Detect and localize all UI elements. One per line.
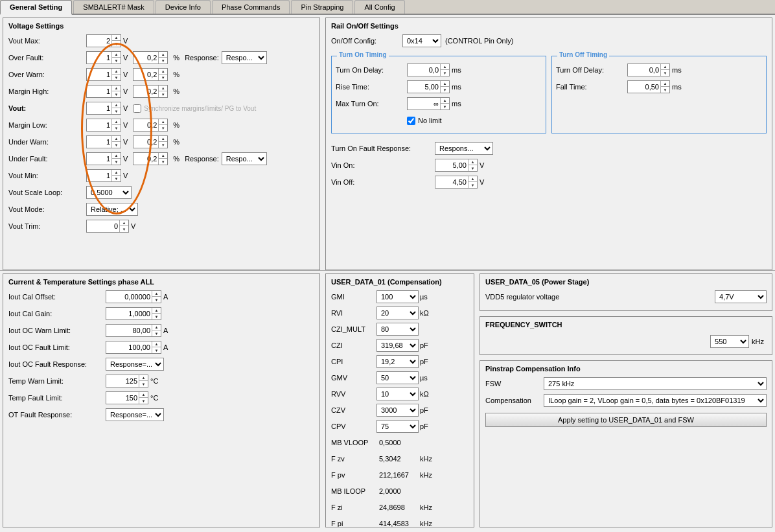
cpi-select[interactable]: 19,2 bbox=[376, 355, 419, 368]
rise-time-up[interactable]: ▲ bbox=[441, 81, 449, 87]
max-turn-on-up[interactable]: ▲ bbox=[441, 98, 449, 104]
under-fault-pct-down[interactable]: ▼ bbox=[159, 159, 167, 165]
over-fault-pct-arrows[interactable]: ▲ ▼ bbox=[158, 52, 167, 64]
margin-high-pct-arrows[interactable]: ▲ ▼ bbox=[158, 86, 167, 97]
czi-select[interactable]: 319,68 bbox=[376, 339, 419, 352]
fsw-select[interactable]: 275 kHz bbox=[544, 377, 767, 390]
over-fault-pct-down[interactable]: ▼ bbox=[159, 58, 167, 64]
over-warn-input[interactable] bbox=[87, 68, 111, 81]
max-turn-on-down[interactable]: ▼ bbox=[441, 104, 449, 110]
vout-max-up[interactable]: ▲ bbox=[112, 35, 121, 41]
over-warn-up[interactable]: ▲ bbox=[112, 69, 121, 75]
no-limit-checkbox[interactable] bbox=[407, 117, 415, 125]
iout-cal-gain-input[interactable] bbox=[106, 307, 152, 320]
margin-high-pct-up[interactable]: ▲ bbox=[159, 86, 167, 91]
fall-time-arrows[interactable]: ▲ ▼ bbox=[660, 81, 669, 93]
vdd5-select[interactable]: 4,7V bbox=[715, 290, 767, 303]
vout-arrows[interactable]: ▲ ▼ bbox=[111, 102, 121, 114]
over-fault-up[interactable]: ▲ bbox=[112, 52, 121, 58]
temp-warn-arrows[interactable]: ▲ ▼ bbox=[139, 375, 148, 387]
margin-low-pct-up[interactable]: ▲ bbox=[159, 119, 167, 125]
turn-off-delay-arrows[interactable]: ▲ ▼ bbox=[660, 64, 669, 76]
under-fault-pct-spinbox[interactable]: ▲ ▼ bbox=[133, 152, 168, 165]
margin-low-up[interactable]: ▲ bbox=[112, 119, 121, 125]
under-fault-response-select[interactable]: Respo... bbox=[222, 152, 267, 165]
vout-trim-spinbox[interactable]: ▲ ▼ bbox=[86, 220, 129, 233]
vout-trim-input[interactable] bbox=[87, 220, 119, 233]
iout-cal-offset-arrows[interactable]: ▲ ▼ bbox=[152, 291, 161, 303]
max-turn-on-spinbox[interactable]: ▲ ▼ bbox=[407, 97, 450, 110]
over-warn-pct-spinbox[interactable]: ▲ ▼ bbox=[133, 68, 168, 81]
margin-low-pct-down[interactable]: ▼ bbox=[159, 125, 167, 131]
over-warn-pct-input[interactable] bbox=[133, 68, 158, 81]
under-warn-pct-down[interactable]: ▼ bbox=[159, 142, 167, 148]
vout-min-input[interactable] bbox=[87, 169, 111, 182]
turn-off-delay-input[interactable] bbox=[628, 64, 660, 76]
vin-off-down[interactable]: ▼ bbox=[468, 182, 477, 188]
vout-mode-select[interactable]: Relative; ... bbox=[86, 203, 138, 216]
vin-off-spinbox[interactable]: ▲ ▼ bbox=[435, 176, 478, 189]
margin-low-pct-arrows[interactable]: ▲ ▼ bbox=[158, 119, 167, 131]
tab-allconfig[interactable]: All Config bbox=[354, 0, 404, 14]
under-warn-pct-arrows[interactable]: ▲ ▼ bbox=[158, 136, 167, 148]
over-warn-pct-up[interactable]: ▲ bbox=[159, 69, 167, 75]
rise-time-input[interactable] bbox=[408, 80, 440, 93]
iout-cal-gain-down[interactable]: ▼ bbox=[152, 314, 161, 319]
vout-max-spinbox[interactable]: ▲ ▼ bbox=[86, 34, 121, 47]
under-warn-down[interactable]: ▼ bbox=[112, 142, 121, 148]
iout-cal-offset-input[interactable] bbox=[106, 290, 152, 303]
under-fault-pct-up[interactable]: ▲ bbox=[159, 153, 167, 159]
turn-on-delay-arrows[interactable]: ▲ ▼ bbox=[440, 64, 449, 76]
over-fault-response-select[interactable]: Respo... bbox=[222, 51, 267, 64]
under-fault-pct-input[interactable] bbox=[133, 152, 158, 165]
vin-on-up[interactable]: ▲ bbox=[468, 159, 477, 165]
iout-cal-gain-arrows[interactable]: ▲ ▼ bbox=[152, 308, 161, 319]
vin-off-up[interactable]: ▲ bbox=[468, 176, 477, 182]
vout-min-down[interactable]: ▼ bbox=[112, 176, 121, 181]
iout-cal-gain-up[interactable]: ▲ bbox=[152, 308, 161, 314]
turn-on-delay-spinbox[interactable]: ▲ ▼ bbox=[407, 64, 450, 76]
temp-warn-down[interactable]: ▼ bbox=[139, 381, 148, 387]
under-fault-spinbox[interactable]: ▲ ▼ bbox=[86, 152, 121, 165]
margin-high-pct-down[interactable]: ▼ bbox=[159, 91, 167, 97]
margin-low-input[interactable] bbox=[87, 119, 111, 132]
tab-device[interactable]: Device Info bbox=[156, 0, 211, 14]
under-fault-up[interactable]: ▲ bbox=[112, 153, 121, 159]
under-warn-pct-input[interactable] bbox=[133, 135, 158, 148]
over-fault-pct-up[interactable]: ▲ bbox=[159, 52, 167, 58]
vin-on-down[interactable]: ▼ bbox=[468, 165, 477, 171]
under-warn-arrows[interactable]: ▲ ▼ bbox=[111, 136, 121, 148]
over-warn-pct-arrows[interactable]: ▲ ▼ bbox=[158, 69, 167, 80]
vin-on-spinbox[interactable]: ▲ ▼ bbox=[435, 159, 478, 172]
iout-oc-warn-up[interactable]: ▲ bbox=[152, 325, 161, 330]
compensation-select[interactable]: ILoop gain = 2, VLoop gain = 0,5, data b… bbox=[544, 394, 767, 407]
iout-cal-offset-down[interactable]: ▼ bbox=[152, 297, 161, 303]
margin-high-arrows[interactable]: ▲ ▼ bbox=[111, 86, 121, 97]
under-warn-pct-spinbox[interactable]: ▲ ▼ bbox=[133, 135, 168, 148]
vout-max-down[interactable]: ▼ bbox=[112, 41, 121, 47]
margin-high-up[interactable]: ▲ bbox=[112, 86, 121, 91]
under-warn-spinbox[interactable]: ▲ ▼ bbox=[86, 135, 121, 148]
iout-oc-warn-down[interactable]: ▼ bbox=[152, 330, 161, 336]
margin-high-pct-spinbox[interactable]: ▲ ▼ bbox=[133, 85, 168, 98]
under-fault-arrows[interactable]: ▲ ▼ bbox=[111, 153, 121, 165]
under-warn-input[interactable] bbox=[87, 135, 111, 148]
iout-oc-fault-down[interactable]: ▼ bbox=[152, 347, 161, 353]
iout-oc-warn-input[interactable] bbox=[106, 324, 152, 337]
fall-time-spinbox[interactable]: ▲ ▼ bbox=[627, 80, 670, 93]
iout-oc-fault-up[interactable]: ▲ bbox=[152, 341, 161, 347]
vin-off-input[interactable] bbox=[435, 176, 468, 189]
turn-on-delay-input[interactable] bbox=[408, 64, 440, 76]
margin-low-pct-spinbox[interactable]: ▲ ▼ bbox=[133, 119, 168, 132]
temp-warn-input[interactable] bbox=[106, 375, 139, 387]
iout-oc-fault-spinbox[interactable]: ▲ ▼ bbox=[106, 341, 161, 354]
gmi-select[interactable]: 100 bbox=[376, 290, 419, 303]
turn-on-delay-down[interactable]: ▼ bbox=[441, 70, 449, 76]
margin-low-down[interactable]: ▼ bbox=[112, 125, 121, 131]
over-warn-arrows[interactable]: ▲ ▼ bbox=[111, 69, 121, 80]
over-warn-spinbox[interactable]: ▲ ▼ bbox=[86, 68, 121, 81]
rvi-select[interactable]: 20 bbox=[376, 306, 419, 319]
margin-low-spinbox[interactable]: ▲ ▼ bbox=[86, 119, 121, 132]
turn-off-delay-up[interactable]: ▲ bbox=[661, 64, 669, 70]
iout-oc-warn-arrows[interactable]: ▲ ▼ bbox=[152, 325, 161, 336]
